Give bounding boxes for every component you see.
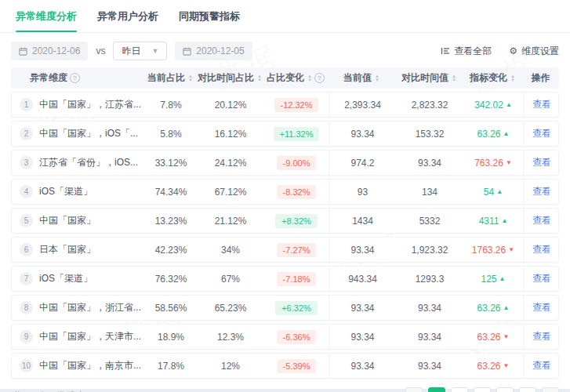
sort-icon[interactable]: ▲▼ xyxy=(257,74,262,82)
compare-value-cell: 5332 xyxy=(396,209,463,233)
page-button-4[interactable]: 4 xyxy=(496,387,514,392)
action-cell: 查看 xyxy=(523,93,560,117)
ratio-change-cell: -12.32% xyxy=(264,93,329,117)
table-body: 1 中国「国家」，江苏省... 7.8% 20.12% -12.32% 2,39… xyxy=(11,92,559,379)
rank-badge: 2 xyxy=(20,127,33,140)
view-detail-button[interactable]: 查看 xyxy=(532,156,551,169)
dimension-cell: 3 江苏省「省份」，iOS... xyxy=(12,151,145,175)
page-button-3[interactable]: 3 xyxy=(474,387,491,392)
compare-period-value: 昨日 xyxy=(122,45,140,58)
view-detail-button[interactable]: 查看 xyxy=(532,359,551,372)
compare-ratio-cell: 65.23% xyxy=(197,296,264,320)
view-all-button[interactable]: 查看全部 xyxy=(441,45,492,58)
dimension-cell: 1 中国「国家」，江苏省... xyxy=(12,93,145,117)
metric-change-cell: 63.26 ▲ xyxy=(463,296,523,320)
ratio-change-cell: -7.27% xyxy=(264,238,329,262)
compare-ratio-cell: 34% xyxy=(197,238,264,262)
compare-ratio-cell: 12% xyxy=(197,354,264,378)
page-button-5[interactable]: 5 xyxy=(519,387,536,392)
dimension-settings-button[interactable]: ⚙ 维度设置 xyxy=(509,45,559,58)
ratio-change-badge: -6.36% xyxy=(277,330,317,344)
col-header-dimension[interactable]: 异常维度 ? xyxy=(11,71,144,85)
toolbar: 2020-12-06 vs 昨日 ▼ 2020-12-05 查看全部 ⚙ 维度设… xyxy=(0,33,570,67)
view-detail-button[interactable]: 查看 xyxy=(532,301,551,314)
tab-anomaly-dimension[interactable]: 异常维度分析 xyxy=(16,9,77,32)
view-detail-button[interactable]: 查看 xyxy=(532,330,551,343)
trend-arrow-icon: ▲ xyxy=(499,275,506,282)
dimension-settings-label: 维度设置 xyxy=(521,45,559,58)
dimension-cell: 4 iOS「渠道」 xyxy=(12,180,145,204)
view-detail-button[interactable]: 查看 xyxy=(532,272,551,285)
action-cell: 查看 xyxy=(523,238,560,262)
dimension-label: iOS「渠道」 xyxy=(39,272,93,285)
view-detail-button[interactable]: 查看 xyxy=(532,243,551,256)
rank-badge: 3 xyxy=(20,156,33,169)
info-icon: ? xyxy=(70,73,80,83)
metric-change-cell: 763.26 ▼ xyxy=(463,151,523,175)
tab-period-warning-metrics[interactable]: 同期预警指标 xyxy=(179,9,240,32)
view-detail-button[interactable]: 查看 xyxy=(532,185,551,198)
start-date-picker[interactable]: 2020-12-06 xyxy=(11,42,88,60)
current-ratio-cell: 5.8% xyxy=(145,122,197,146)
current-ratio-cell: 74.34% xyxy=(145,180,197,204)
compare-ratio-cell: 24.12% xyxy=(197,151,264,175)
sort-icon[interactable]: ▲▼ xyxy=(452,74,456,82)
sort-icon[interactable]: ▲▼ xyxy=(188,74,193,82)
col-header-label: 当前值 xyxy=(343,71,372,85)
col-header-compare-ratio[interactable]: 对比时间占比 ▲▼ xyxy=(196,71,263,85)
gear-icon: ⚙ xyxy=(509,46,517,56)
compare-ratio-cell: 20.12% xyxy=(197,93,264,117)
table-row: 2 中国「国家」，iOS「... 5.8% 16.12% +11.32% 93.… xyxy=(11,121,559,147)
table-row: 9 中国「国家」，天津市... 18.9% 12.3% -6.36% 93.34… xyxy=(11,324,559,350)
next-page-button[interactable]: › xyxy=(542,387,559,392)
table-row: 4 iOS「渠道」 74.34% 67.12% -8.32% 93 134 54… xyxy=(11,179,559,205)
current-ratio-cell: 58.56% xyxy=(145,296,197,320)
sort-icon[interactable]: ▲▼ xyxy=(307,74,312,82)
col-header-current-value[interactable]: 当前值 ▲▼ xyxy=(328,71,395,85)
rank-badge: 10 xyxy=(20,359,33,372)
sort-icon[interactable]: ▲▼ xyxy=(510,74,515,82)
start-date-value: 2020-12-06 xyxy=(32,45,80,56)
metric-change-value: 63.26 xyxy=(477,303,501,314)
prev-page-button[interactable]: ‹ xyxy=(405,387,423,392)
compare-value-cell: 1293.3 xyxy=(396,267,463,291)
col-header-metric-change[interactable]: 指标变化 ▲▼ xyxy=(463,71,522,85)
metric-change-value: 54 xyxy=(484,187,494,198)
end-date-picker[interactable]: 2020-12-05 xyxy=(175,42,252,60)
trend-arrow-icon: ▼ xyxy=(503,333,510,340)
sort-icon[interactable]: ▲▼ xyxy=(375,74,379,82)
metric-change-value: 125 xyxy=(481,274,497,285)
view-detail-button[interactable]: 查看 xyxy=(532,127,551,140)
ratio-change-badge: +6.32% xyxy=(275,301,318,315)
dimension-cell: 8 中国「国家」，浙江省... xyxy=(12,296,145,320)
current-ratio-cell: 13.23% xyxy=(145,209,197,233)
col-header-label: 异常维度 xyxy=(30,71,67,85)
compare-period-select[interactable]: 昨日 ▼ xyxy=(113,42,167,60)
current-value-cell: 93.34 xyxy=(329,354,396,378)
tab-anomaly-users[interactable]: 异常用户分析 xyxy=(97,9,158,32)
page-button-2[interactable]: 2 xyxy=(451,387,468,392)
col-header-compare-value[interactable]: 对比时间值 ▲▼ xyxy=(395,71,463,85)
action-cell: 查看 xyxy=(523,296,560,320)
current-ratio-cell: 7.8% xyxy=(145,93,197,117)
compare-ratio-cell: 16.12% xyxy=(197,122,264,146)
rank-badge: 9 xyxy=(20,330,33,343)
table-row: 3 江苏省「省份」，iOS... 33.12% 24.12% -9.00% 97… xyxy=(11,150,559,176)
anomaly-analysis-panel: 数据 数据 数据 数据 数据 数据 异常维度分析 异常用户分析 同期预警指标 2… xyxy=(0,0,570,392)
col-header-label: 对比时间值 xyxy=(401,71,448,85)
compare-value-cell: 93.34 xyxy=(396,296,463,320)
col-header-current-ratio[interactable]: 当前占比 ▲▼ xyxy=(144,71,196,85)
rank-badge: 5 xyxy=(20,214,33,227)
ratio-change-cell: -5.39% xyxy=(264,354,329,378)
current-value-cell: 974.2 xyxy=(329,151,396,175)
table-row: 1 中国「国家」，江苏省... 7.8% 20.12% -12.32% 2,39… xyxy=(11,92,559,118)
ratio-change-cell: -8.32% xyxy=(264,180,329,204)
trend-arrow-icon: ▼ xyxy=(506,159,512,166)
col-header-ratio-change[interactable]: 占比变化 ▲▼ ? xyxy=(263,71,328,85)
view-detail-button[interactable]: 查看 xyxy=(532,214,551,227)
page-button-1[interactable]: 1 xyxy=(428,387,445,392)
trend-arrow-icon: ▲ xyxy=(501,217,507,224)
metric-change-cell: 1763.26 ▼ xyxy=(463,238,523,262)
view-detail-button[interactable]: 查看 xyxy=(532,98,551,111)
dimension-label: 日本「国家」 xyxy=(39,243,96,256)
